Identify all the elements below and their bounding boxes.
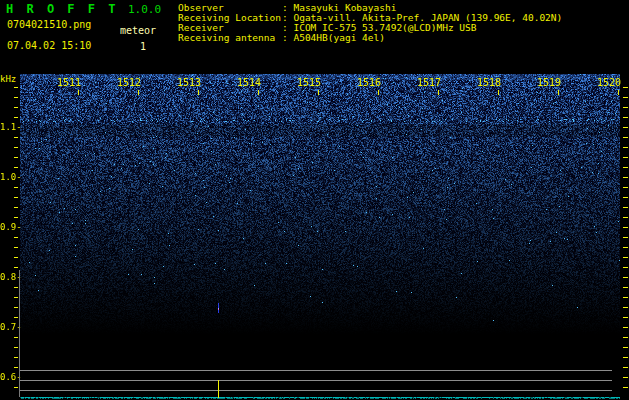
y-minor-tick-left bbox=[14, 217, 18, 218]
spectrogram-canvas bbox=[20, 74, 620, 400]
y-minor-tick-left bbox=[14, 87, 18, 88]
y-minor-tick-right bbox=[623, 137, 628, 138]
y-minor-tick-right bbox=[623, 87, 628, 88]
y-minor-tick-left bbox=[14, 167, 18, 168]
y-minor-tick-right bbox=[623, 147, 628, 148]
y-minor-tick-right bbox=[623, 117, 628, 118]
y-minor-tick-right bbox=[623, 247, 628, 248]
y-minor-tick-left bbox=[14, 337, 18, 338]
x-tick-label: 1519 bbox=[521, 77, 561, 88]
y-minor-tick-left bbox=[14, 257, 18, 258]
y-minor-tick-left bbox=[14, 367, 18, 368]
app-version: 1.0.0 bbox=[128, 3, 161, 16]
y-minor-tick-left bbox=[14, 207, 18, 208]
info-value: A504HB(yagi 4el) bbox=[293, 32, 385, 43]
x-tick-label: 1516 bbox=[341, 77, 381, 88]
x-tick-label: 1518 bbox=[461, 77, 501, 88]
y-minor-tick-right bbox=[623, 167, 628, 168]
app-title: H R O F F T bbox=[6, 2, 118, 16]
level-reference-line bbox=[19, 390, 612, 391]
output-filename: 0704021510.png bbox=[7, 19, 91, 30]
y-tick-label: 1.0- bbox=[0, 172, 22, 182]
y-minor-tick-left bbox=[14, 137, 18, 138]
y-minor-tick-right bbox=[623, 217, 628, 218]
x-tick-mark bbox=[438, 90, 439, 95]
y-minor-tick-right bbox=[623, 357, 628, 358]
y-tick-label: 1.1- bbox=[0, 122, 22, 132]
y-minor-tick-right bbox=[623, 127, 628, 128]
y-minor-tick-left bbox=[14, 297, 18, 298]
y-minor-tick-left bbox=[14, 157, 18, 158]
meteor-detection-tick bbox=[218, 380, 219, 398]
x-tick-mark bbox=[618, 90, 619, 95]
y-minor-tick-right bbox=[623, 197, 628, 198]
x-tick-label: 1515 bbox=[281, 77, 321, 88]
y-minor-tick-left bbox=[14, 97, 18, 98]
mode-label: meteor bbox=[120, 25, 156, 36]
y-minor-tick-right bbox=[623, 367, 628, 368]
y-minor-tick-left bbox=[14, 247, 18, 248]
x-tick-mark bbox=[78, 90, 79, 95]
event-count: 1 bbox=[140, 41, 146, 52]
y-minor-tick-left bbox=[14, 117, 18, 118]
y-minor-tick-left bbox=[14, 107, 18, 108]
x-tick-mark bbox=[378, 90, 379, 95]
x-tick-label: 1520 bbox=[581, 77, 621, 88]
x-tick-label: 1514 bbox=[221, 77, 261, 88]
level-reference-line bbox=[19, 380, 612, 381]
x-tick-mark bbox=[258, 90, 259, 95]
y-minor-tick-right bbox=[623, 347, 628, 348]
y-minor-tick-left bbox=[14, 357, 18, 358]
y-minor-tick-left bbox=[14, 347, 18, 348]
y-minor-tick-right bbox=[623, 327, 628, 328]
y-minor-tick-right bbox=[623, 317, 628, 318]
y-minor-tick-left bbox=[14, 387, 18, 388]
x-tick-mark bbox=[498, 90, 499, 95]
x-tick-label: 1512 bbox=[101, 77, 141, 88]
y-minor-tick-right bbox=[623, 227, 628, 228]
y-minor-tick-left bbox=[14, 307, 18, 308]
y-minor-tick-left bbox=[14, 267, 18, 268]
y-minor-tick-left bbox=[14, 147, 18, 148]
x-tick-mark bbox=[318, 90, 319, 95]
y-minor-tick-right bbox=[623, 337, 628, 338]
y-minor-tick-right bbox=[623, 97, 628, 98]
y-minor-tick-left bbox=[14, 197, 18, 198]
y-minor-tick-right bbox=[623, 157, 628, 158]
x-tick-mark bbox=[138, 90, 139, 95]
y-minor-tick-right bbox=[623, 187, 628, 188]
x-tick-label: 1517 bbox=[401, 77, 441, 88]
y-minor-tick-right bbox=[623, 307, 628, 308]
plot-left-border bbox=[19, 270, 20, 397]
y-minor-tick-left bbox=[14, 187, 18, 188]
x-tick-label: 1513 bbox=[161, 77, 201, 88]
datetime-label: 07.04.02 15:10 bbox=[7, 40, 91, 51]
y-axis-unit-label: kHz bbox=[0, 74, 16, 84]
y-minor-tick-right bbox=[623, 387, 628, 388]
info-label: Receiving antenna bbox=[178, 33, 282, 43]
y-minor-tick-left bbox=[14, 237, 18, 238]
y-minor-tick-right bbox=[623, 267, 628, 268]
y-minor-tick-left bbox=[14, 317, 18, 318]
y-minor-tick-right bbox=[623, 287, 628, 288]
y-minor-tick-right bbox=[623, 177, 628, 178]
y-minor-tick-right bbox=[623, 107, 628, 108]
hrofft-screen: H R O F F T 1.0.0 0704021510.png meteor … bbox=[0, 0, 629, 400]
y-minor-tick-right bbox=[623, 207, 628, 208]
x-tick-mark bbox=[198, 90, 199, 95]
y-tick-label: 0.9- bbox=[0, 222, 22, 232]
info-row-antenna: Receiving antenna: A504HB(yagi 4el) bbox=[178, 33, 385, 43]
x-tick-label: 1511 bbox=[41, 77, 81, 88]
y-minor-tick-right bbox=[623, 237, 628, 238]
level-reference-line bbox=[19, 370, 612, 371]
info-colon: : bbox=[282, 32, 293, 43]
y-minor-tick-right bbox=[623, 277, 628, 278]
y-minor-tick-right bbox=[623, 377, 628, 378]
x-tick-mark bbox=[558, 90, 559, 95]
y-minor-tick-right bbox=[623, 257, 628, 258]
y-minor-tick-right bbox=[623, 297, 628, 298]
y-minor-tick-left bbox=[14, 287, 18, 288]
